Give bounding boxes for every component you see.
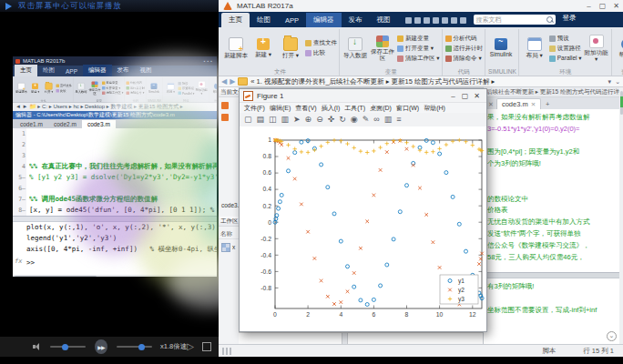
recorded-doc-tab[interactable]: code1.m [15, 120, 48, 128]
address-bar[interactable]: ◀ ▶ « 1. 视频配套的课外资料_后续社会不断更新 ▸ 更新15 绘图方式与… [219, 76, 623, 87]
ribbon-button-compare[interactable]: 比较 [305, 49, 337, 57]
figure-close-button[interactable]: ✕ [471, 92, 483, 100]
data-cursor-icon[interactable]: ◉ [351, 114, 358, 126]
recorded-ribbon-tab[interactable]: 主页 [15, 65, 37, 76]
figure-menu-item[interactable]: 查看(V) [295, 104, 316, 113]
ribbon-button-import[interactable]: 导入数据 [342, 37, 368, 59]
ribbon-button-simulink[interactable]: Simulink [488, 38, 514, 58]
horizontal-scrollbar[interactable] [13, 275, 217, 277]
ribbon-button-help[interactable]: 帮助 ▾ [615, 38, 623, 58]
ribbon-button-new-script[interactable]: 新建脚本 [223, 37, 249, 59]
redo-icon[interactable] [451, 17, 457, 24]
figure-menu-item[interactable]: 文件(F) [244, 104, 265, 113]
workspace-variable-row[interactable]: x [219, 243, 239, 251]
recorded-ribbon-tab[interactable]: 绘图 [37, 65, 60, 76]
ribbon-button-new-script[interactable]: 新建脚本 [15, 83, 28, 94]
fullscreen-icon[interactable] [202, 342, 211, 351]
editor-text-area[interactable]: 果，如果没有解析解再考虑数值解3=-0.51*y1*y2','y1(0)=0,y… [484, 109, 623, 272]
zoom-out-icon[interactable]: ⊖ [316, 114, 323, 126]
print-icon[interactable]: ▥ [281, 114, 290, 126]
recorded-ribbon-tab[interactable]: 发布 [112, 65, 135, 76]
ribbon-tab[interactable]: 编辑器 [306, 13, 342, 27]
paste-icon[interactable] [433, 17, 439, 24]
scatter-plot[interactable]: 024681012-0.8-0.6-0.4-0.200.20.40.60.81y… [240, 126, 486, 331]
ribbon-tab[interactable]: 发布 [342, 13, 370, 27]
ribbon-button-new[interactable]: 新建 ▾ [250, 38, 276, 58]
file-list-item[interactable]: code3.m [219, 201, 239, 209]
volume-slider-knob[interactable] [62, 344, 68, 350]
ribbon-tab[interactable]: APP [278, 14, 306, 27]
editor-command-splitter[interactable] [13, 216, 217, 222]
ribbon-button-prefs[interactable]: 预设 [178, 81, 194, 86]
ribbon-button-var-open[interactable]: 打开变量 ▾ [397, 45, 440, 53]
ribbon-button-save-ws[interactable]: 保存工作区 [88, 82, 101, 96]
ribbon-button-analyze[interactable]: 分析代码 [445, 35, 484, 43]
new-figure-icon[interactable]: ▢ [244, 114, 252, 126]
new-tab-button[interactable]: + [541, 99, 554, 109]
colorbar-icon[interactable]: ▥ [384, 114, 393, 126]
figure-menu-item[interactable]: 桌面(D) [370, 104, 392, 113]
ribbon-button-runtime[interactable]: 运行并计时 [126, 86, 145, 91]
ribbon-tab[interactable]: 视图 [370, 13, 398, 27]
speed-slider-knob[interactable] [138, 344, 145, 350]
volume-icon[interactable] [33, 343, 39, 350]
search-folder-icon[interactable]: ⌄ [615, 78, 620, 86]
ribbon-button-layout[interactable]: 布局 ▾ [164, 83, 177, 94]
ribbon-button-addons[interactable]: 附加功能 ▾ [195, 81, 208, 96]
figure-menu-item[interactable]: 窗口(W) [396, 104, 419, 113]
ribbon-button-help[interactable]: 帮助 ▾ [210, 83, 217, 93]
command-prompt[interactable]: >> [26, 258, 35, 268]
file-list-item[interactable] [219, 101, 239, 109]
recorded-ribbon-tab[interactable]: 视图 [135, 65, 158, 76]
help-icon[interactable] [460, 17, 466, 24]
editor-tab-code3[interactable]: code3.m ✕ [496, 98, 541, 109]
figure-minimize-button[interactable]: – [447, 92, 459, 100]
ribbon-button-open[interactable]: 打开 ▾ [278, 37, 303, 59]
ribbon-button-analyze[interactable]: 分析代码 [126, 81, 145, 86]
figure-menu-item[interactable]: 帮助(H) [424, 104, 445, 113]
sign-in-link[interactable]: 登录 [563, 14, 577, 23]
volume-slider[interactable] [50, 346, 86, 348]
recorded-doc-tab[interactable]: code3.m [82, 120, 116, 128]
plot-legend[interactable]: y1y2y3 [440, 275, 478, 304]
restore-button[interactable]: ▢ [596, 0, 609, 12]
ribbon-button-layout[interactable]: 布局 ▾ [522, 37, 547, 59]
ribbon-button-parallel[interactable]: Parallel ▾ [178, 91, 194, 95]
video-player[interactable]: 双击屏幕中心可以缩屏播放 MATLAB R2017b ▪▪▪ 主页绘图APP编辑… [0, 0, 219, 364]
panel-divider[interactable] [342, 333, 348, 344]
recorded-path-bar[interactable]: ◄ ► 📁 ▸ C: ▸ Users ▸ hc ▸ Desktop ▸ 数学建模… [13, 102, 217, 111]
ribbon-button-compare[interactable]: 比较 [56, 88, 73, 93]
brush-icon[interactable]: ✎ [363, 114, 370, 126]
recorded-code-editor[interactable]: 12345–6–7–8– %% 在真正比赛中，我们往往先考虑解析解，如果没有解析… [13, 128, 217, 216]
ribbon-button-open[interactable]: 打开 ▾ [43, 83, 56, 94]
ribbon-tab[interactable]: 主页 [221, 13, 250, 27]
ribbon-button-runtime[interactable]: 运行并计时 [445, 45, 484, 53]
ribbon-button-find[interactable]: 查找文件 [305, 39, 337, 47]
ribbon-button-path[interactable]: 设置路径 [178, 86, 194, 91]
ribbon-button-addons[interactable]: 附加功能 ▾ [584, 35, 609, 63]
ribbon-button-find[interactable]: 查找文件 [56, 84, 73, 88]
speed-slider[interactable] [117, 346, 152, 348]
tab-close-icon[interactable]: ✕ [531, 101, 536, 108]
ribbon-button-var-new[interactable]: 新建变量 [397, 35, 440, 43]
ribbon-button-clear-cmd[interactable]: 清除命令 ▾ [126, 91, 145, 96]
zoom-in-icon[interactable]: ⊕ [305, 114, 312, 126]
ribbon-button-clear[interactable]: 清除工作区 ▾ [102, 91, 123, 96]
recorded-ribbon-tab[interactable]: 编辑器 [83, 65, 112, 76]
editor-scrollbar[interactable] [619, 87, 623, 344]
ribbon-button-parallel[interactable]: Parallel ▾ [549, 55, 582, 62]
ribbon-button-var-new[interactable]: 新建变量 [102, 81, 123, 86]
figure-menu-item[interactable]: 编辑(E) [270, 104, 291, 113]
figure-titlebar[interactable]: Figure 1 – ▢ ✕ [240, 89, 486, 103]
ribbon-button-clear[interactable]: 清除工作区 ▾ [397, 55, 440, 63]
save-icon[interactable] [405, 17, 412, 24]
path-dropdown-icon[interactable]: ▾ [608, 78, 612, 86]
close-button[interactable]: ✕ [609, 0, 623, 12]
ribbon-button-new[interactable]: 新建 ▾ [29, 83, 42, 93]
cursor-icon[interactable]: ➤ [293, 114, 301, 126]
forward-icon[interactable]: ▶ [230, 77, 235, 86]
legend-icon[interactable]: ≡ [396, 114, 401, 126]
editor-text-area-2[interactable]: 有3列的矩阵哦!坐标范围不需要设置，写成-inf到+inf [484, 278, 623, 344]
editor-splitter[interactable] [484, 272, 623, 278]
name-column-header[interactable]: 名称 [219, 230, 239, 239]
